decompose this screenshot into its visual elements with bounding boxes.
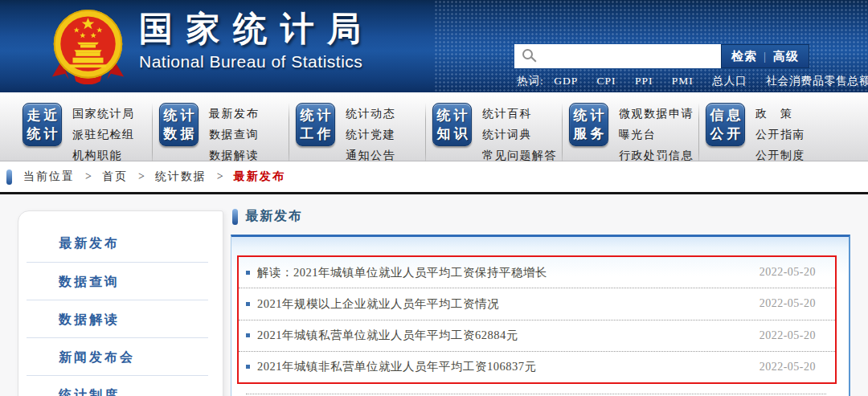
article-date: 2022-05-20 [760, 361, 816, 374]
nav-link[interactable]: 政 策 [755, 104, 805, 125]
breadcrumb-item-home[interactable]: 首页 [102, 169, 128, 184]
sidebar-item-data-interpretation[interactable]: 数据解读 [27, 300, 208, 337]
breadcrumb-separator: > [217, 170, 223, 183]
nav-badge-tongji-zhishi[interactable]: 统计 知识 [432, 103, 472, 146]
article-link[interactable]: 解读：2021年城镇单位就业人员平均工资保持平稳增长 [257, 265, 760, 280]
nav-group-xinxi-gongkai: 信息 公开 政 策 公开指南 公开制度 [706, 103, 842, 166]
article-date: 2022-05-20 [760, 297, 816, 310]
hotwords-label: 热词: [517, 75, 544, 87]
sidebar-item-latest-release[interactable]: 最新发布 [27, 224, 208, 262]
article-link[interactable]: 2021年城镇私营单位就业人员年平均工资62884元 [257, 328, 760, 343]
breadcrumb-label: 当前位置 [23, 169, 75, 184]
nav-badge-tongji-fuwu[interactable]: 统计 服务 [569, 103, 608, 146]
sidebar-item-data-query[interactable]: 数据查询 [27, 262, 208, 300]
nav-group-tongji-shuju: 统计 数据 最新发布 数据查询 数据解读 [159, 103, 296, 166]
nav-link[interactable]: 派驻纪检组 [72, 125, 135, 145]
nav-link[interactable]: 国家统计局 [72, 104, 135, 125]
article-row: 2021年城镇非私营单位就业人员年平均工资106837元 2022-05-20 [239, 351, 835, 382]
breadcrumb-item-statistics-data[interactable]: 统计数据 [155, 169, 207, 184]
nav-link[interactable]: 微观数据申请 [619, 104, 694, 125]
nav-group-tongji-zhishi: 统计 知识 统计百科 统计词典 常见问题解答 [432, 103, 569, 166]
article-date: 2022-05-20 [760, 266, 816, 279]
national-emblem-icon [50, 8, 126, 84]
nav-badge-tongji-shuju[interactable]: 统计 数据 [159, 103, 199, 146]
site-header: 国 家 统 计 局 National Bureau of Statistics … [0, 0, 868, 92]
main-panel: 最新发布 解读：2021年城镇单位就业人员平均工资保持平稳增长 2022-05-… [231, 194, 851, 396]
article-row: 解读：2021年城镇单位就业人员平均工资保持平稳增长 2022-05-20 [239, 257, 835, 288]
search-icon [522, 49, 533, 59]
section-title: 最新发布 [245, 208, 303, 225]
hotword-link[interactable]: 总人口 [712, 75, 747, 87]
nav-link[interactable]: 公开指南 [755, 125, 805, 145]
search-buttons: 检索 | 高级 [721, 44, 809, 68]
breadcrumb-separator: > [138, 170, 145, 183]
article-link[interactable]: 2021年规模以上企业就业人员年平均工资情况 [257, 296, 760, 312]
section-marker-icon [232, 209, 238, 225]
nav-group-zoujin-tongji: 走近 统计 国家统计局 派驻纪检组 机构职能 [23, 103, 159, 166]
breadcrumb-separator: > [85, 170, 92, 183]
nav-link[interactable]: 统计动态 [346, 104, 395, 125]
breadcrumb-marker-icon [6, 169, 12, 185]
hotword-link[interactable]: 社会消费品零售总额 [766, 75, 868, 87]
article-row: 2021年城镇私营单位就业人员年平均工资62884元 2022-05-20 [239, 320, 835, 351]
hotwords-row: 热词: GDP CPI PPI PMI 总人口 社会消费品零售总额 [517, 74, 838, 88]
nav-group-tongji-fuwu: 统计 服务 微观数据申请 曝光台 行政处罚信息 [569, 103, 706, 166]
bullet-icon [246, 302, 250, 306]
sidebar-item-statistical-system[interactable]: 统计制度 [27, 375, 208, 396]
nav-link[interactable]: 统计百科 [482, 104, 557, 125]
search-input-box [514, 44, 721, 68]
nav-link[interactable]: 统计党建 [346, 125, 395, 145]
bullet-icon [246, 333, 250, 337]
search-submit-button[interactable]: 检索 [727, 49, 762, 64]
nav-link[interactable]: 曝光台 [619, 125, 694, 145]
hotword-link[interactable]: PPI [635, 75, 653, 87]
sidebar-item-press-conference[interactable]: 新闻发布会 [27, 337, 208, 375]
article-date: 2022-05-20 [760, 329, 816, 342]
nav-badge-zoujin-tongji[interactable]: 走近 统计 [23, 103, 62, 146]
article-list-box: 解读：2021年城镇单位就业人员平均工资保持平稳增长 2022-05-20 20… [231, 235, 850, 396]
site-subtitle: National Bureau of Statistics [139, 52, 363, 71]
bullet-icon [246, 365, 250, 369]
nav-badge-xinxi-gongkai[interactable]: 信息 公开 [706, 103, 745, 146]
article-row: 2021年规模以上企业就业人员年平均工资情况 2022-05-20 [239, 288, 835, 319]
search-button-divider: | [762, 50, 768, 63]
bullet-icon [246, 271, 250, 275]
red-highlight-annotation: 解读：2021年城镇单位就业人员平均工资保持平稳增长 2022-05-20 20… [237, 255, 837, 384]
nav-group-tongji-gongzuo: 统计 工作 统计动态 统计党建 通知公告 [296, 103, 432, 166]
breadcrumb: 当前位置 > 首页 > 统计数据 > 最新发布 [0, 161, 868, 194]
main-nav: 走近 统计 国家统计局 派驻纪检组 机构职能 统计 数据 最新发布 数据查询 数… [0, 92, 868, 161]
breadcrumb-current-page: 最新发布 [234, 169, 285, 184]
nav-badge-tongji-gongzuo[interactable]: 统计 工作 [296, 103, 335, 146]
search-advanced-button[interactable]: 高级 [768, 49, 804, 64]
hotword-link[interactable]: GDP [554, 75, 578, 87]
search-bar: 检索 | 高级 [514, 44, 809, 68]
hotword-link[interactable]: PMI [672, 75, 694, 87]
section-header: 最新发布 [232, 208, 303, 225]
list-separator [246, 394, 826, 394]
nav-link[interactable]: 数据查询 [209, 125, 259, 145]
article-link[interactable]: 2021年城镇非私营单位就业人员年平均工资106837元 [257, 359, 760, 374]
page-content: 最新发布 数据查询 数据解读 新闻发布会 统计制度 最新发布 解读：2021年城… [0, 194, 868, 396]
site-logo[interactable]: 国 家 统 计 局 National Bureau of Statistics [50, 8, 363, 84]
search-input[interactable] [514, 44, 721, 68]
nav-link[interactable]: 统计词典 [482, 125, 557, 145]
site-title: 国 家 统 计 局 [139, 8, 363, 50]
nav-link[interactable]: 最新发布 [209, 104, 259, 125]
hotword-link[interactable]: CPI [597, 75, 616, 87]
sidebar-menu: 最新发布 数据查询 数据解读 新闻发布会 统计制度 [18, 210, 223, 396]
